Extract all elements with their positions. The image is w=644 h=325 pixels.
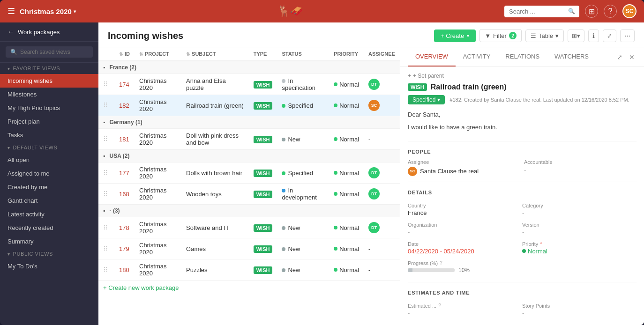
- table-view-button[interactable]: ☰ Table ▾: [525, 30, 564, 42]
- row-assignee-179: -: [364, 238, 400, 259]
- group-france: ▪ France (2): [98, 61, 400, 74]
- search-input[interactable]: [509, 8, 565, 15]
- priority-label: Priority *: [522, 241, 637, 247]
- col-id[interactable]: ID: [114, 47, 135, 61]
- people-section-heading: PEOPLE: [408, 149, 637, 155]
- drag-handle-icon[interactable]: ⠿: [103, 81, 108, 88]
- group-dropdown-arrow: ▾: [577, 32, 580, 39]
- favorite-views-toggle[interactable]: ▾ Favorite Views: [0, 63, 98, 74]
- col-subject[interactable]: SUBJECT: [181, 47, 249, 61]
- sidebar-item-project-plan[interactable]: Project plan: [0, 115, 98, 128]
- sidebar-search-input[interactable]: [20, 49, 88, 55]
- sidebar-item-incoming-wishes[interactable]: Incoming wishes: [0, 74, 98, 88]
- public-toggle-arrow: ▾: [7, 251, 10, 257]
- row-id-174[interactable]: 174: [114, 74, 135, 95]
- estimated-help-icon[interactable]: ?: [438, 303, 441, 308]
- help-icon[interactable]: ?: [604, 5, 617, 18]
- more-button[interactable]: ⋯: [620, 30, 635, 42]
- sidebar-search-inner[interactable]: 🔍: [6, 46, 93, 58]
- expand-button[interactable]: ⤢: [603, 30, 616, 42]
- apps-icon[interactable]: ⊞: [585, 5, 598, 18]
- accountable-value: -: [524, 167, 637, 174]
- split-view: ID PROJECT SUBJECT TYPE STATUS PRIORITY …: [98, 47, 644, 325]
- drag-handle-icon[interactable]: ⠿: [103, 102, 108, 109]
- table-row[interactable]: ⠿ 179 Christmas 2020 Games WISH New Norm…: [98, 238, 400, 259]
- user-avatar[interactable]: SC: [622, 4, 637, 18]
- group-germany: ▪ Germany (1): [98, 116, 400, 129]
- hamburger-icon[interactable]: ☰: [7, 6, 15, 16]
- progress-help-icon[interactable]: ?: [440, 260, 442, 266]
- drag-handle-icon[interactable]: ⠿: [103, 169, 108, 177]
- group-button[interactable]: ⊞ ▾: [568, 30, 584, 42]
- app-title[interactable]: Christmas 2020 ▾: [20, 7, 76, 15]
- drag-handle-icon[interactable]: ⠿: [103, 190, 108, 198]
- accountable-field: Accountable -: [524, 159, 637, 176]
- row-id-177[interactable]: 177: [114, 162, 135, 184]
- detail-close-actions: ⤢ ✕: [615, 52, 637, 63]
- plus-icon: +: [408, 73, 411, 79]
- sidebar-search: 🔍: [0, 42, 98, 63]
- table-row[interactable]: ⠿ 174 Christmas 2020 Anna and Elsa puzzl…: [98, 74, 400, 95]
- table-row[interactable]: ⠿ 177 Christmas 2020 Dolls with brown ha…: [98, 162, 400, 184]
- col-project[interactable]: PROJECT: [135, 47, 181, 61]
- table-row[interactable]: ⠿ 181 Christmas 2020 Doll with pink dres…: [98, 129, 400, 150]
- row-project-174: Christmas 2020: [135, 74, 181, 95]
- sidebar-item-high-prio[interactable]: My High Prio topics: [0, 101, 98, 115]
- row-id-180[interactable]: 180: [114, 259, 135, 281]
- sidebar-item-tasks[interactable]: Tasks: [0, 128, 98, 142]
- row-id-178[interactable]: 178: [114, 217, 135, 238]
- table-row[interactable]: ⠿ 180 Christmas 2020 Puzzles WISH New No…: [98, 259, 400, 281]
- france-toggle[interactable]: ▪: [103, 64, 105, 71]
- filter-icon: ▼: [485, 32, 491, 39]
- none-toggle[interactable]: ▪: [103, 207, 105, 214]
- sidebar-item-my-todos[interactable]: My To Do's: [0, 259, 98, 273]
- drag-handle-icon[interactable]: ⠿: [103, 245, 108, 252]
- set-parent-link[interactable]: + + Set parent: [408, 73, 637, 79]
- create-work-package-link[interactable]: + Create new work package: [98, 281, 184, 295]
- sidebar-item-recently-created[interactable]: Recently created: [0, 221, 98, 235]
- germany-toggle[interactable]: ▪: [103, 119, 105, 126]
- sidebar-item-assigned-to-me[interactable]: Assigned to me: [0, 167, 98, 180]
- tab-watchers[interactable]: WATCHERS: [547, 47, 596, 66]
- tab-relations[interactable]: RELATIONS: [498, 47, 547, 66]
- sidebar-item-all-open[interactable]: All open: [0, 153, 98, 167]
- default-views-label: Default Views: [13, 145, 58, 150]
- search-bar-container[interactable]: 🔍: [504, 6, 579, 17]
- drag-handle-icon[interactable]: ⠿: [103, 266, 108, 273]
- sidebar-item-milestones[interactable]: Milestones: [0, 88, 98, 101]
- detail-expand-button[interactable]: ⤢: [615, 52, 624, 63]
- drag-handle-icon[interactable]: ⠿: [103, 224, 108, 231]
- tab-activity[interactable]: ACTIVITY: [456, 47, 498, 66]
- public-views-toggle[interactable]: ▾ Public Views: [0, 248, 98, 259]
- filter-button[interactable]: ▼ Filter 2: [479, 29, 522, 42]
- detail-close-button[interactable]: ✕: [627, 52, 637, 63]
- more-icon: ⋯: [624, 32, 630, 39]
- table-row[interactable]: ⠿ 178 Christmas 2020 Software and IT WIS…: [98, 217, 400, 238]
- sidebar-assigned-label: Assigned to me: [7, 170, 50, 177]
- create-button[interactable]: + Create ▾: [434, 30, 476, 42]
- info-button[interactable]: ℹ: [588, 30, 599, 42]
- row-id-181[interactable]: 181: [114, 129, 135, 150]
- row-status-168: In development: [277, 184, 329, 205]
- row-id-182[interactable]: 182: [114, 95, 135, 116]
- country-field: Country France: [408, 200, 522, 219]
- create-dropdown-arrow: ▾: [467, 33, 469, 38]
- status-dropdown-button[interactable]: Specified ▾: [408, 95, 445, 104]
- row-type-182: WISH: [249, 95, 277, 116]
- row-subject-168: Wooden toys: [181, 184, 249, 205]
- page-title: Incoming wishes: [108, 30, 183, 41]
- table-row[interactable]: ⠿ 182 Christmas 2020 Railroad train (gre…: [98, 95, 400, 116]
- sidebar-back-button[interactable]: ← Work packages: [0, 22, 98, 42]
- sidebar-item-gantt[interactable]: Gantt chart: [0, 194, 98, 207]
- sidebar-item-created-by-me[interactable]: Created by me: [0, 180, 98, 194]
- usa-toggle[interactable]: ▪: [103, 153, 105, 159]
- default-views-toggle[interactable]: ▾ Default Views: [0, 142, 98, 153]
- santa-logo: 🦌🛷: [277, 5, 303, 17]
- row-id-179[interactable]: 179: [114, 238, 135, 259]
- row-id-168[interactable]: 168: [114, 184, 135, 205]
- tab-overview[interactable]: OVERVIEW: [408, 47, 456, 66]
- sidebar-item-latest-activity[interactable]: Latest activity: [0, 207, 98, 221]
- drag-handle-icon[interactable]: ⠿: [103, 135, 108, 143]
- sidebar-item-summary[interactable]: Summary: [0, 235, 98, 248]
- table-row[interactable]: ⠿ 168 Christmas 2020 Wooden toys WISH In…: [98, 184, 400, 205]
